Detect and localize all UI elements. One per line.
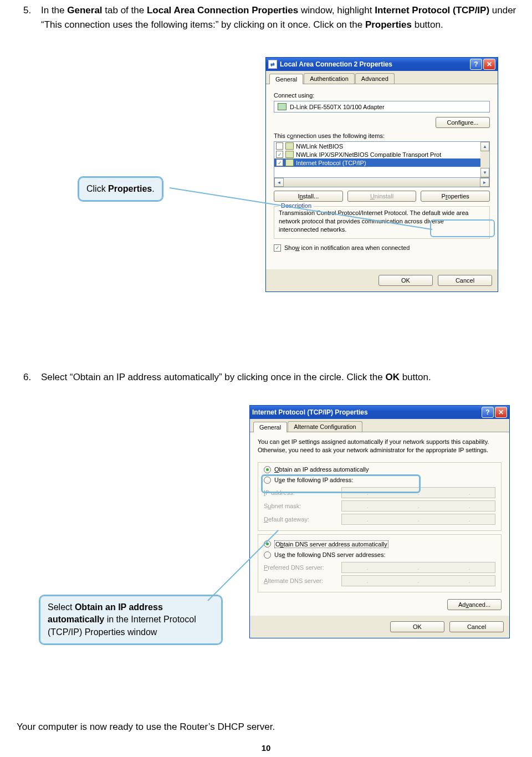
listbox-hscroll[interactable]: ◄ ► [274, 178, 490, 187]
scroll-right-icon[interactable]: ► [480, 178, 489, 187]
help-button[interactable]: ? [482, 407, 494, 418]
advanced-button[interactable]: Advanced... [447, 599, 502, 610]
tab-authentication[interactable]: Authentication [304, 73, 355, 84]
tab-advanced[interactable]: Advanced [355, 73, 395, 84]
window2-footer: OK Cancel [250, 616, 509, 638]
protocol-icon [285, 142, 294, 150]
window1-titlebar[interactable]: ⇄ Local Area Connection 2 Properties ? ✕ [266, 58, 498, 71]
step6-paragraph: 6.Select “Obtain an IP address automatic… [23, 370, 526, 385]
window1-tabs: General Authentication Advanced [266, 71, 498, 84]
radio-auto-dns[interactable]: Obtain DNS server address automatically [264, 540, 495, 548]
window1-footer: OK Cancel [266, 269, 498, 291]
window2-body: You can get IP settings assigned automat… [250, 432, 509, 616]
checkbox-checked[interactable]: ✓ [276, 151, 283, 158]
configure-button[interactable]: Configure... [436, 117, 490, 128]
close-button[interactable]: ✕ [483, 59, 495, 70]
items-label: This connection uses the following items… [274, 132, 490, 139]
list-item-nwlink-ipx[interactable]: ✓ NWLink IPX/SPX/NetBIOS Compatible Tran… [274, 150, 480, 158]
listbox-vscroll[interactable]: ▲ ▼ [480, 142, 489, 177]
connect-using-label: Connect using: [274, 92, 490, 99]
callout-obtain-ip: Select Obtain an IP address automaticall… [39, 595, 223, 645]
radio-auto-ip[interactable]: Obtain an IP address automatically [264, 466, 495, 473]
default-gateway-label: Default gateway: [264, 516, 341, 523]
alternate-dns-input: ... [341, 575, 495, 586]
local-area-connection-properties-window: ⇄ Local Area Connection 2 Properties ? ✕… [265, 57, 498, 292]
scroll-up-icon[interactable]: ▲ [480, 142, 489, 151]
page-number: 10 [0, 743, 532, 753]
scroll-left-icon[interactable]: ◄ [274, 178, 284, 187]
checkbox-checked[interactable]: ✓ [274, 244, 281, 252]
preferred-dns-label: Preferred DNS server: [264, 564, 341, 571]
show-icon-checkbox-row[interactable]: ✓ Show icon in notification area when co… [274, 244, 490, 252]
cancel-button[interactable]: Cancel [438, 275, 492, 286]
step5-paragraph: 5.In the General tab of the Local Area C… [23, 3, 526, 33]
annotation-properties-button [430, 219, 495, 237]
subnet-mask-input: ... [341, 500, 495, 512]
protocol-icon [285, 151, 294, 158]
cancel-button[interactable]: Cancel [449, 621, 504, 632]
tab-general[interactable]: General [253, 422, 287, 432]
uninstall-button: Uninstall [347, 191, 417, 202]
window1-icon: ⇄ [268, 60, 277, 69]
adapter-name: D-Link DFE-550TX 10/100 Adapter [290, 104, 385, 110]
closing-text: Your computer is now ready to use the Ro… [17, 720, 515, 734]
checkbox-unchecked[interactable] [276, 142, 283, 150]
callout-click-properties: Click Properties. [78, 176, 163, 202]
close-button[interactable]: ✕ [495, 407, 507, 418]
window2-tabs: General Alternate Configuration [250, 419, 509, 432]
install-button[interactable]: Install... [274, 191, 343, 202]
window2-titlebar[interactable]: Internet Protocol (TCP/IP) Properties ? … [250, 406, 509, 419]
radio-unselected-icon [264, 551, 271, 559]
subnet-mask-label: Subnet mask: [264, 503, 341, 509]
adapter-field[interactable]: D-Link DFE-550TX 10/100 Adapter [274, 101, 490, 112]
tab-general[interactable]: General [269, 74, 303, 84]
show-icon-label: Show icon in notification area when conn… [284, 244, 410, 251]
help-button[interactable]: ? [470, 59, 482, 70]
tab-alternate-configuration[interactable]: Alternate Configuration [288, 421, 362, 432]
scroll-down-icon[interactable]: ▼ [480, 168, 489, 177]
components-listbox[interactable]: NWLink NetBIOS ✓ NWLink IPX/SPX/NetBIOS … [274, 141, 490, 178]
intro-text: You can get IP settings assigned automat… [258, 438, 502, 454]
preferred-dns-input: ... [341, 562, 495, 573]
properties-button[interactable]: Properties [421, 191, 490, 202]
annotation-obtain-ip [261, 474, 421, 493]
radio-selected-icon [264, 466, 271, 473]
protocol-icon [285, 159, 294, 166]
tcpip-properties-window: Internet Protocol (TCP/IP) Properties ? … [249, 405, 510, 638]
checkbox-checked[interactable]: ✓ [276, 159, 283, 166]
default-gateway-input: ... [341, 514, 495, 525]
list-item-nwlink-netbios[interactable]: NWLink NetBIOS [274, 142, 480, 150]
window1-body: Connect using: D-Link DFE-550TX 10/100 A… [266, 84, 498, 269]
ok-button[interactable]: OK [390, 621, 444, 632]
window2-title: Internet Protocol (TCP/IP) Properties [252, 408, 368, 416]
window1-title: Local Area Connection 2 Properties [280, 60, 392, 68]
ok-button[interactable]: OK [378, 275, 433, 286]
list-item-tcpip[interactable]: ✓ Internet Protocol (TCP/IP) [274, 158, 480, 167]
alternate-dns-label: Alternate DNS server: [264, 577, 341, 584]
radio-static-dns[interactable]: Use the following DNS server addresses: [264, 551, 495, 559]
nic-icon [278, 103, 287, 110]
